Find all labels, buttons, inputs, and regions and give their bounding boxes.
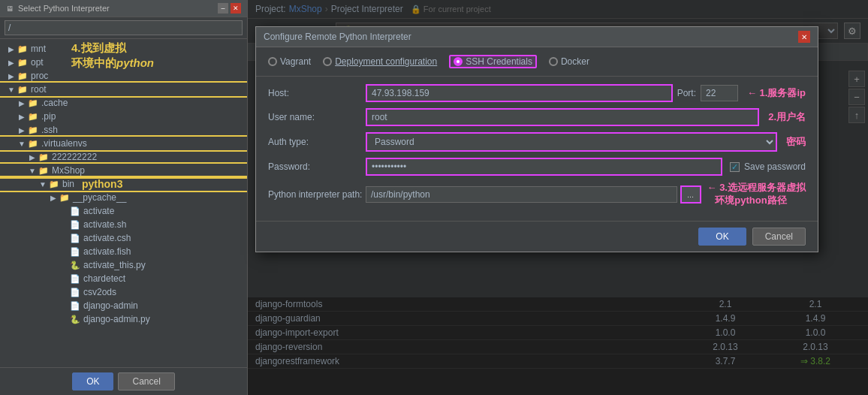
radio-label-vagrant: Vagrant (280, 56, 311, 67)
password-label: Password: (268, 161, 366, 172)
tree-label-chardetect: chardetect (83, 273, 125, 284)
tree-label-cache: .cache (41, 98, 68, 108)
search-input[interactable] (5, 20, 243, 35)
annotation-password-label: 密码 (786, 135, 806, 149)
folder-icon-opt: 📁 (17, 56, 29, 68)
tree-item-root[interactable]: ▼ 📁 root (0, 83, 247, 96)
folder-icon-mnt: 📁 (17, 43, 29, 55)
file-icon-activate: 📄 (69, 205, 81, 217)
left-panel: 🖥 Select Python Interpreter – ✕ 4.找到虚拟环境… (0, 0, 248, 395)
left-cancel-button[interactable]: Cancel (118, 372, 174, 390)
password-input[interactable] (366, 158, 722, 176)
tree-item-proc[interactable]: ▶ 📁 proc (0, 69, 247, 83)
file-icon-django-admin: 📄 (69, 300, 81, 312)
left-panel-buttons: OK Cancel (0, 367, 247, 395)
tree-item-mxshop[interactable]: ▼ 📁 MxShop (0, 164, 247, 177)
auth-type-select[interactable]: Password (366, 132, 777, 152)
modal-cancel-button[interactable]: Cancel (752, 228, 806, 246)
tree-item-chardetect[interactable]: 📄 chardetect (0, 272, 247, 285)
file-icon-activate-sh: 📄 (69, 219, 81, 231)
tree-item-bin[interactable]: ▼ 📁 bin python3 (0, 177, 247, 191)
radio-docker[interactable]: Docker (549, 56, 589, 67)
tree-label-django-admin-py: django-admin.py (83, 314, 150, 324)
radio-label-deployment: Deployment configuration (335, 56, 437, 67)
close-button[interactable]: ✕ (231, 3, 241, 14)
radio-circle-vagrant (268, 57, 277, 66)
minimize-button[interactable]: – (218, 3, 228, 14)
username-row: User name: 2.用户名 (268, 108, 806, 126)
tree-item-activate-sh[interactable]: 📄 activate.sh (0, 218, 247, 231)
username-input[interactable] (366, 108, 759, 126)
interpreter-type-radio-group: Vagrant Deployment configuration SSH Cre… (256, 47, 818, 77)
file-icon-activate-csh: 📄 (69, 232, 81, 244)
tree-item-mnt[interactable]: ▶ 📁 mnt (0, 42, 247, 56)
host-input[interactable] (366, 84, 673, 102)
modal-close-button[interactable]: ✕ (798, 31, 810, 43)
file-icon-chardetect: 📄 (69, 273, 81, 285)
tree-item-virtualenvs[interactable]: ▼ 📁 .virtualenvs (0, 137, 247, 150)
tree-item-ssh[interactable]: ▶ 📁 .ssh (0, 123, 247, 137)
tree-label-csv2ods: csv2ods (83, 287, 116, 297)
tree-item-pip[interactable]: ▶ 📁 .pip (0, 110, 247, 123)
tree-arrow-cache: ▶ (17, 99, 27, 107)
folder-icon-mxshop: 📁 (38, 164, 50, 176)
python-path-input[interactable] (366, 186, 677, 203)
tree-arrow-ssh: ▶ (17, 126, 27, 134)
tree-arrow-mnt: ▶ (6, 45, 17, 53)
modal-title-bar: Configure Remote Python Interpreter ✕ (256, 27, 818, 47)
file-icon-csv2ods: 📄 (69, 286, 81, 298)
tree-label-virtualenvs: .virtualenvs (41, 138, 87, 149)
window-icon: 🖥 (6, 5, 14, 13)
tree-item-django-admin[interactable]: 📄 django-admin (0, 299, 247, 312)
tree-label-activate-fish: activate.fish (83, 246, 131, 257)
right-panel: Project: MxShop › Project Interpreter 🔒 … (248, 0, 868, 395)
tree-item-activate[interactable]: 📄 activate (0, 204, 247, 218)
file-tree: ▶ 📁 mnt ▶ 📁 opt ▶ 📁 proc ▼ (0, 39, 247, 367)
py-icon-activate-this: 🐍 (69, 259, 81, 271)
folder-icon-pip: 📁 (27, 110, 39, 122)
search-bar (0, 17, 247, 39)
port-input[interactable] (701, 85, 738, 101)
host-row: Host: Port: ← 1.服务器ip (268, 84, 806, 102)
tree-item-csv2ods[interactable]: 📄 csv2ods (0, 285, 247, 299)
folder-icon-proc: 📁 (17, 70, 29, 82)
tree-item-activate-csh[interactable]: 📄 activate.csh (0, 231, 247, 245)
modal-ok-button[interactable]: OK (698, 228, 746, 246)
tree-label-proc: proc (31, 71, 48, 81)
port-label: Port: (677, 88, 696, 98)
tree-item-django-admin-py[interactable]: 🐍 django-admin.py (0, 312, 247, 326)
username-label: User name: (268, 112, 366, 122)
tree-arrow-root: ▼ (6, 86, 17, 94)
auth-type-label: Auth type: (268, 137, 366, 147)
radio-deployment[interactable]: Deployment configuration (323, 56, 437, 67)
tree-item-activate-fish[interactable]: 📄 activate.fish (0, 245, 247, 258)
configure-remote-interpreter-modal: Configure Remote Python Interpreter ✕ Va… (255, 26, 818, 252)
tree-label-mxshop: MxShop (52, 165, 85, 176)
folder-icon-bin: 📁 (48, 178, 60, 190)
folder-icon-pycache: 📁 (59, 191, 71, 204)
save-password-checkbox[interactable] (730, 162, 740, 172)
radio-vagrant[interactable]: Vagrant (268, 56, 311, 67)
tree-item-pycache[interactable]: ▶ 📁 __pycache__ (0, 191, 247, 204)
python-path-label: Python interpreter path: (268, 189, 366, 200)
host-label: Host: (268, 88, 366, 98)
tree-item-opt[interactable]: ▶ 📁 opt (0, 56, 247, 69)
password-row: Password: Save password (268, 158, 806, 176)
radio-label-ssh: SSH Credentials (466, 56, 532, 67)
browse-path-button[interactable]: ... (680, 185, 701, 204)
tree-label-pip: .pip (41, 111, 56, 122)
window-controls: – ✕ (218, 3, 241, 14)
tree-item-activate-this[interactable]: 🐍 activate_this.py (0, 258, 247, 272)
folder-icon-ssh: 📁 (27, 124, 39, 136)
left-panel-title-text: Select Python Interpreter (18, 4, 110, 13)
tree-label-activate: activate (83, 206, 114, 216)
tree-item-cache[interactable]: ▶ 📁 .cache (0, 96, 247, 110)
radio-circle-docker (549, 57, 558, 66)
tree-item-222[interactable]: ▶ 📁 222222222 (0, 150, 247, 164)
tree-arrow-opt: ▶ (6, 59, 17, 67)
modal-buttons: OK Cancel (256, 221, 818, 252)
tree-label-opt: opt (31, 57, 44, 68)
radio-ssh[interactable]: SSH Credentials (449, 55, 537, 68)
left-ok-button[interactable]: OK (72, 372, 113, 390)
modal-title: Configure Remote Python Interpreter (264, 32, 411, 42)
